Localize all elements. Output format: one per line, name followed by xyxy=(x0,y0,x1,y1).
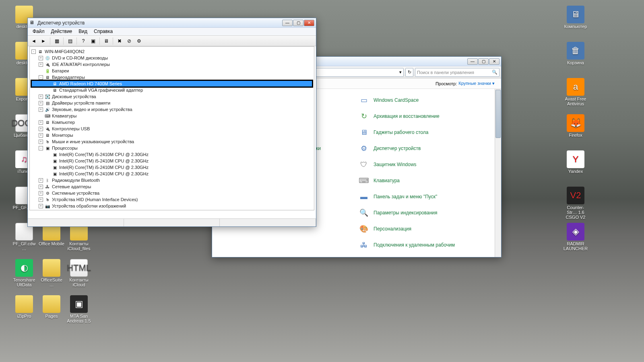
desktop-icon[interactable]: ◐Tenorshare UltData xyxy=(11,259,37,287)
tree-expander[interactable]: + xyxy=(39,127,43,131)
tree-node[interactable]: ⌨Клавиатуры xyxy=(31,113,312,119)
control-panel-item[interactable]: ▬Панель задач и меню "Пуск" xyxy=(355,189,493,205)
maximize-button[interactable]: ▢ xyxy=(478,58,489,65)
close-button[interactable]: ✕ xyxy=(304,20,314,26)
tree-expander[interactable]: - xyxy=(39,146,43,150)
control-panel-item[interactable]: ↻Архивация и восстановление xyxy=(355,108,493,124)
desktop-icon[interactable]: V2Counter-Str… 1.6 CSGO V2 xyxy=(563,187,588,220)
tree-node[interactable]: +📷Устройства обработки изображений xyxy=(31,203,312,209)
control-panel-item[interactable]: 🖧Подключения к удаленным рабочим xyxy=(355,237,493,253)
desktop-icon[interactable]: OfficeSuite… xyxy=(39,259,64,287)
update-driver-button[interactable]: ▣ xyxy=(89,37,97,45)
minimize-button[interactable]: — xyxy=(282,20,293,26)
tree-node[interactable]: 🖥Стандартный VGA графический адаптер xyxy=(31,87,312,93)
back-button[interactable]: ◄ xyxy=(29,37,38,45)
close-button[interactable]: ✕ xyxy=(489,58,500,65)
desktop-icon[interactable]: iZipPro xyxy=(11,295,37,319)
control-panel-item[interactable]: 🔍Параметры индексирования xyxy=(355,205,493,221)
scrollbar-thumb[interactable] xyxy=(495,90,501,138)
scrollbar[interactable] xyxy=(495,89,501,257)
tree-node[interactable]: +▤Драйверы устройств памяти xyxy=(31,100,312,106)
cp-item-icon: ⌨ xyxy=(357,174,370,187)
tree-expander[interactable]: + xyxy=(39,191,43,195)
control-panel-item[interactable]: ▭Windows CardSpace xyxy=(355,92,493,108)
tree-node[interactable]: +🖧Сетевые адаптеры xyxy=(31,183,312,190)
tree-node[interactable]: ▣Intel(R) Core(TM) i5-2410M CPU @ 2.30GH… xyxy=(31,171,312,177)
desktop-icon[interactable]: aAvast Free Antivirus xyxy=(563,78,588,106)
control-panel-item[interactable]: 🎨Персонализация xyxy=(355,221,493,237)
scan-button[interactable]: 🖥 xyxy=(102,37,111,45)
disable-button[interactable]: ⊘ xyxy=(125,37,134,45)
tree-expander[interactable]: + xyxy=(39,56,43,60)
search-icon[interactable]: 🔍 xyxy=(492,70,497,75)
desktop-icon[interactable]: Pages xyxy=(39,295,64,319)
tree-node[interactable]: +🔌IDE ATA/ATAPI контроллеры xyxy=(31,61,312,68)
tree-node[interactable]: +💽Дисковые устройства xyxy=(31,93,312,100)
device-manager-titlebar[interactable]: 🖥 Диспетчер устройств — ▢ ✕ xyxy=(28,18,316,28)
tree-node[interactable]: ▣Intel(R) Core(TM) i5-2410M CPU @ 2.30GH… xyxy=(31,151,312,158)
tree-node[interactable]: +⚙Системные устройства xyxy=(31,190,312,196)
tree-node[interactable]: 🖥AMD Radeon HD 7400M Series xyxy=(31,80,312,87)
menu-item[interactable]: Файл xyxy=(29,28,48,35)
desktop-icon[interactable]: 🖥Компьютер xyxy=(563,6,588,29)
desktop-icon[interactable]: 🦊Firefox xyxy=(563,114,588,138)
tree-node[interactable]: ▣Intel(R) Core(TM) i5-2410M CPU @ 2.30GH… xyxy=(31,158,312,164)
action-button[interactable]: ⚙ xyxy=(134,37,143,45)
app-icon: 🖥 xyxy=(29,20,36,26)
window-title: Диспетчер устройств xyxy=(37,20,282,26)
uninstall-button[interactable]: ✖ xyxy=(115,37,124,45)
desktop-icon[interactable]: ▣MTA San Andreas 1.5 xyxy=(66,295,92,323)
node-icon: ⚙ xyxy=(44,190,51,196)
tree-expander[interactable]: + xyxy=(39,204,43,208)
sys-icon: 🗑 xyxy=(567,42,584,60)
control-panel-item[interactable]: ⌨Клавиатура xyxy=(355,173,493,189)
minimize-button[interactable]: — xyxy=(467,58,478,65)
tree-expander[interactable]: + xyxy=(39,120,43,125)
tree-node[interactable]: +🔊Звуковые, видео и игровые устройства xyxy=(31,106,312,113)
desktop-icon[interactable]: YYandex xyxy=(563,150,588,174)
tree-expander[interactable]: + xyxy=(39,185,43,189)
tree-node[interactable]: 🔋Батареи xyxy=(31,68,312,74)
menu-item[interactable]: Справка xyxy=(91,28,116,35)
forward-button[interactable]: ► xyxy=(39,37,48,45)
desktop-icon[interactable]: HTMLКонтакты iCloud xyxy=(66,259,92,287)
desktop-icon[interactable]: ◈RADMIR LAUNCHER xyxy=(563,223,588,251)
tree-node[interactable]: -▣Процессоры xyxy=(31,145,312,151)
tree-node[interactable]: +💿DVD и CD-ROM дисководы xyxy=(31,55,312,61)
show-hidden-button[interactable]: ▦ xyxy=(52,37,61,45)
refresh-button[interactable]: ↻ xyxy=(405,68,413,77)
tree-node[interactable]: +ᛒРадиомодули Bluetooth xyxy=(31,177,312,183)
device-tree[interactable]: -🖥WIN-M4FG4IIQON2+💿DVD и CD-ROM дисковод… xyxy=(29,46,314,210)
maximize-button[interactable]: ▢ xyxy=(293,20,303,26)
tree-expander[interactable]: + xyxy=(39,107,43,112)
tree-expander[interactable]: + xyxy=(39,140,43,144)
tree-root[interactable]: -🖥WIN-M4FG4IIQON2 xyxy=(31,48,312,55)
help-button[interactable]: ? xyxy=(79,37,88,45)
tree-node[interactable]: ▣Intel(R) Core(TM) i5-2410M CPU @ 2.30GH… xyxy=(31,164,312,171)
menu-item[interactable]: Действие xyxy=(48,28,76,35)
tree-node[interactable]: +🖱Устройства HID (Human Interface Device… xyxy=(31,196,312,203)
menu-item[interactable]: Вид xyxy=(75,28,91,35)
tree-node[interactable]: +🖱Мыши и иные указывающие устройства xyxy=(31,138,312,145)
tree-expander[interactable]: + xyxy=(39,133,43,138)
desktop-icon[interactable]: Контакты iCloud_files xyxy=(66,223,92,251)
tree-expander[interactable]: + xyxy=(39,62,43,67)
tree-expander[interactable]: + xyxy=(39,178,43,183)
tree-node[interactable]: +🖥Компьютер xyxy=(31,119,312,125)
tree-expander[interactable]: + xyxy=(39,101,43,105)
control-panel-item[interactable]: ⚙Диспетчер устройств xyxy=(355,140,493,156)
search-box[interactable]: Поиск в панели управления 🔍 xyxy=(415,68,500,77)
icon-label: Yandex xyxy=(563,169,588,174)
properties-button[interactable]: ▤ xyxy=(66,37,74,45)
tree-node[interactable]: +🖥Мониторы xyxy=(31,132,312,138)
tree-node[interactable]: -🖥Видеоадаптеры xyxy=(31,74,312,80)
tree-expander[interactable]: - xyxy=(39,75,43,80)
desktop-icon[interactable]: 🗑Корзина xyxy=(563,42,588,65)
desktop-icon[interactable]: PF_GF.cdw… xyxy=(11,223,37,251)
control-panel-item[interactable]: 🖥Гаджеты рабочего стола xyxy=(355,124,493,140)
tree-expander[interactable]: + xyxy=(39,95,43,99)
view-dropdown[interactable]: Крупные значки ▾ xyxy=(458,81,495,86)
control-panel-item[interactable]: 🛡Защитник Windows xyxy=(355,156,493,173)
tree-node[interactable]: +🔌Контроллеры USB xyxy=(31,125,312,132)
tree-expander[interactable]: + xyxy=(39,197,43,202)
